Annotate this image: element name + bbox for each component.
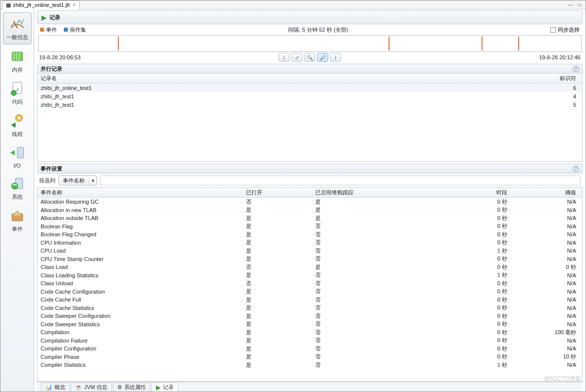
nav-next-button[interactable]: ⟩ xyxy=(330,53,341,62)
maximize-button[interactable]: ▭ xyxy=(577,2,582,7)
event-row[interactable]: Code Cache Full是否0 秒N/A xyxy=(38,296,582,304)
event-name: Compilation xyxy=(38,329,243,335)
tab-sysprops[interactable]: ⚙系统属性 xyxy=(113,383,150,392)
event-row[interactable]: Compilation是否0 秒100 毫秒 xyxy=(38,328,582,337)
event-period: 0 秒 xyxy=(439,304,510,311)
event-row[interactable]: Code Sweeper Statistics是否0 秒N/A xyxy=(38,320,582,329)
minimize-button[interactable]: — xyxy=(568,2,573,7)
event-thresh: 0 秒 xyxy=(510,263,582,271)
event-stack: 否 xyxy=(312,296,439,304)
record-row[interactable]: zhibi_jfr_test15 xyxy=(38,100,582,109)
help-icon[interactable]: ? xyxy=(573,66,579,72)
event-stack: 是 xyxy=(312,215,439,222)
nav-prev-button[interactable]: ⟨ xyxy=(279,53,290,62)
event-row[interactable]: CPU Time Stamp Counter是否0 秒N/A xyxy=(38,255,582,263)
svg-point-7 xyxy=(11,90,16,96)
record-row[interactable]: zhibi_jfr_test14 xyxy=(38,92,582,100)
event-row[interactable]: Code Cache Configuration是否0 秒N/A xyxy=(38,288,582,296)
event-thresh: N/A xyxy=(510,305,582,311)
file-tab[interactable]: ▦ zhibi_jfr_online_test1.jfr ✕ xyxy=(2,0,80,9)
nav-zoomfit-button[interactable]: ⤢ xyxy=(292,53,302,62)
col-event-period[interactable]: 时段 xyxy=(439,189,510,196)
event-row[interactable]: Boolean Flag Changed是否0 秒N/A xyxy=(38,230,582,239)
timeline[interactable] xyxy=(38,35,582,52)
event-row[interactable]: Compiler Statistics是否1 秒N/A xyxy=(38,361,582,369)
event-row[interactable]: Compiler Phase是否0 秒10 秒 xyxy=(38,353,582,361)
filter-input[interactable] xyxy=(100,175,581,185)
sidebar-item-io[interactable]: I/O xyxy=(3,142,32,172)
bottom-tabs: 📊概览 ☕JVM 信息 ⚙系统属性 ▶记录 xyxy=(37,382,583,392)
event-period: 0 秒 xyxy=(439,329,510,336)
events-scroll[interactable]: 事件名称 已打开 已启用堆栈跟踪 时段 阈值 Allocation Requir… xyxy=(38,188,582,381)
event-name: Class Unload xyxy=(38,280,243,286)
event-stack: 是 xyxy=(312,263,439,271)
col-event-name[interactable]: 事件名称 xyxy=(38,189,243,196)
col-event-open[interactable]: 已打开 xyxy=(243,189,312,196)
help-icon[interactable]: ? xyxy=(573,166,579,172)
event-row[interactable]: CPU Load是否1 秒N/A xyxy=(38,247,582,255)
event-stack: 否 xyxy=(312,222,439,230)
nav-zoomout-button[interactable]: 🔍 xyxy=(304,53,315,62)
event-row[interactable]: Class Unload否否0 秒N/A xyxy=(38,279,582,288)
event-name: Class Loading Statistics xyxy=(38,272,243,278)
col-record-id[interactable]: 标识符 xyxy=(552,75,582,82)
sync-label: 同步选择 xyxy=(558,26,580,34)
event-name: Compilation Failure xyxy=(38,338,243,344)
event-row[interactable]: Allocation Requiring GC否是0 秒N/A xyxy=(38,198,582,206)
col-record-name[interactable]: 记录名 xyxy=(38,75,552,82)
sync-checkbox[interactable] xyxy=(550,27,556,33)
event-row[interactable]: Allocation outside TLAB是是0 秒N/A xyxy=(38,214,582,222)
tab-jvm-info[interactable]: ☕JVM 信息 xyxy=(71,383,112,392)
sidebar-item-system[interactable]: 系统 xyxy=(3,173,32,204)
system-icon xyxy=(8,174,26,192)
square-icon xyxy=(40,28,44,32)
gauge-icon xyxy=(8,15,26,33)
event-row[interactable]: Code Cache Statistics是否0 秒N/A xyxy=(38,304,582,312)
event-row[interactable]: Code Sweeper Configuration是否0 秒N/A xyxy=(38,312,582,320)
event-row[interactable]: Class Load否是0 秒0 秒 xyxy=(38,263,582,271)
close-icon[interactable]: ✕ xyxy=(72,2,76,7)
nav-zoomin-button[interactable]: 🔎 xyxy=(317,53,328,62)
record-id: 5 xyxy=(552,102,582,108)
event-row[interactable]: Compiler Configuration是否0 秒N/A xyxy=(38,345,582,353)
event-name: CPU Load xyxy=(38,248,243,254)
event-stack: 否 xyxy=(312,255,439,262)
event-thresh: N/A xyxy=(510,223,582,229)
filter-column-combo[interactable]: 事件名称 ▾ xyxy=(58,175,97,185)
tab-record[interactable]: ▶记录 xyxy=(151,383,178,392)
event-thresh: N/A xyxy=(510,248,582,254)
sidebar-item-memory[interactable]: 内存 xyxy=(3,45,32,77)
svg-marker-10 xyxy=(11,123,15,128)
event-row[interactable]: Allocation in new TLAB是是0 秒N/A xyxy=(38,206,582,215)
col-event-stack[interactable]: 已启用堆栈跟踪 xyxy=(312,189,439,196)
event-open: 是 xyxy=(243,312,312,320)
event-stack: 否 xyxy=(312,329,439,336)
event-period: 0 秒 xyxy=(439,222,510,230)
threads-icon xyxy=(8,112,26,130)
record-id: 6 xyxy=(552,85,582,91)
event-row[interactable]: Class Loading Statistics是否1 秒N/A xyxy=(38,271,582,280)
event-open: 否 xyxy=(243,263,312,271)
event-row[interactable]: Boolean Flag是否0 秒N/A xyxy=(38,222,582,231)
event-name: Boolean Flag Changed xyxy=(38,231,243,237)
records-table: 记录名 标识符 zhibi_jfr_online_test16zhibi_jfr… xyxy=(37,74,583,162)
event-row[interactable]: CPU Information是否0 秒N/A xyxy=(38,239,582,247)
sidebar-item-code[interactable]: J 代码 xyxy=(3,78,32,109)
event-name: Compiler Statistics xyxy=(38,362,243,368)
sidebar-item-threads[interactable]: 线程 xyxy=(3,110,32,141)
event-period: 0 秒 xyxy=(439,280,510,287)
tab-icon: ▦ xyxy=(6,2,11,8)
event-name: Class Load xyxy=(38,264,243,270)
record-row[interactable]: zhibi_jfr_online_test16 xyxy=(38,84,582,92)
tab-overview[interactable]: 📊概览 xyxy=(41,383,70,392)
section-title: 事件设置 xyxy=(41,165,62,173)
event-open: 是 xyxy=(243,231,312,238)
timeline-tick xyxy=(389,37,390,50)
event-row[interactable]: Compilation Failure是否0 秒N/A xyxy=(38,337,582,345)
event-stack: 是 xyxy=(312,206,439,214)
sidebar-item-events[interactable]: 事件 xyxy=(3,205,32,236)
sidebar-item-general[interactable]: 一般信息 xyxy=(3,12,32,44)
event-name: Boolean Flag xyxy=(38,223,243,229)
col-event-thresh[interactable]: 阈值 xyxy=(510,189,582,196)
event-name: Code Cache Statistics xyxy=(38,305,243,311)
